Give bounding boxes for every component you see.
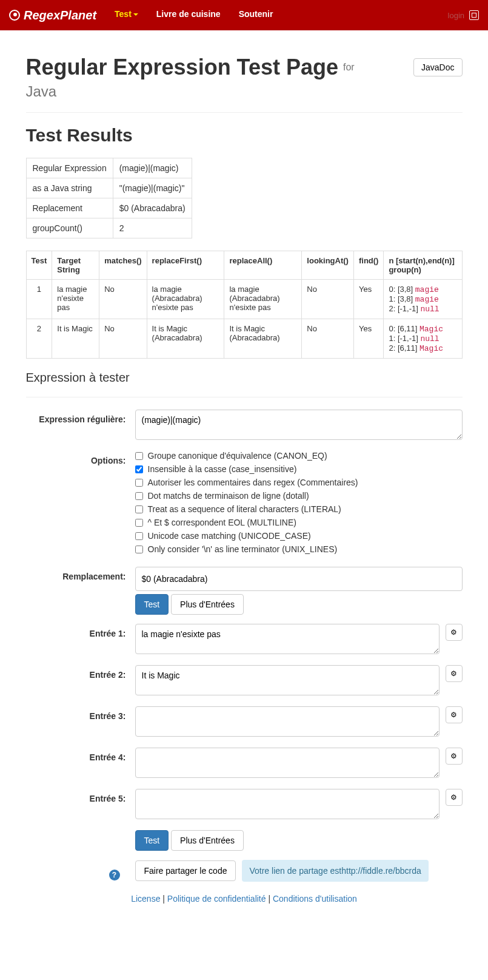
cog-icon: ⚙ [450,711,457,719]
form-row-input: Entrée 2: It is Magic ⚙ [26,665,463,697]
planet-icon [9,10,20,21]
page-title-row: Regular Expression Test Page for JavaDoc [26,55,463,80]
more-inputs-button[interactable]: Plus d'Entrées [171,594,244,615]
input-3[interactable] [135,706,440,737]
option-label: Groupe canonique d'équivalence (CANON_EQ… [148,451,327,461]
input-cog-2[interactable]: ⚙ [446,665,463,682]
option-checkbox-6[interactable] [135,532,143,540]
option-item: ^ Et $ correspondent EOL (MULTILINE) [135,518,463,527]
cell-replacefirst: la magie (Abracadabra) n'esixte pas [147,280,224,319]
form-row-input: Entrée 3: ⚙ [26,706,463,738]
results-col-header: Test [26,251,52,280]
input-cog-5[interactable]: ⚙ [446,789,463,806]
summary-value: "(magie)|(magic)" [113,178,192,198]
summary-row: Replacement$0 (Abracadabra) [26,198,192,218]
input-cog-1[interactable]: ⚙ [446,624,463,641]
option-checkbox-2[interactable] [135,479,143,487]
label-input-2: Entrée 2: [26,665,135,697]
option-checkbox-7[interactable] [135,546,143,553]
navbar-right: login [448,10,488,20]
option-checkbox-5[interactable] [135,519,143,527]
cog-icon: ⚙ [450,793,457,802]
login-link[interactable]: login [448,11,464,20]
input-1[interactable]: la magie n'esixte pas [135,624,440,654]
option-checkbox-1[interactable] [135,465,143,473]
option-label: Autoriser les commentaires dans regex (C… [148,478,358,487]
brand-text: RegexPlanet [24,8,96,22]
option-label: Treat as a sequence of literal character… [148,504,341,514]
input-cog-3[interactable]: ⚙ [446,706,463,723]
nav-item-support[interactable]: Soutenir [230,0,282,30]
label-input-1: Entrée 1: [26,624,135,656]
javadoc-button[interactable]: JavaDoc [413,58,462,76]
summary-table: Regular Expression(magie)|(magic)as a Ja… [26,158,192,238]
test-button-2[interactable]: Test [135,830,169,851]
option-label: Dot matchs de terminaison de ligne (dota… [148,491,309,501]
cell-replaceall: It is Magic (Abracadabra) [224,319,302,359]
option-checkbox-4[interactable] [135,505,143,513]
page-title: Regular Expression Test Page [26,55,339,80]
option-label: Unicode case matching (UNICODE_CASE) [148,531,311,541]
nav-item-cookbook[interactable]: Livre de cuisine [147,0,230,30]
form-row-input: Entrée 4: ⚙ [26,748,463,780]
summary-label: groupCount() [26,218,113,238]
regex-input[interactable] [135,410,463,440]
results-col-header: replaceFirst() [147,251,224,280]
nav-item-test[interactable]: Test [105,0,147,30]
results-col-header: n [start(n),end(n)] group(n) [384,251,462,280]
help-icon[interactable]: ? [109,870,120,880]
summary-value: 2 [113,218,192,238]
input-cog-4[interactable]: ⚙ [446,748,463,765]
summary-row: groupCount()2 [26,218,192,238]
option-item: Groupe canonique d'équivalence (CANON_EQ… [135,451,463,461]
navbar: RegexPlanet Test Livre de cuisine Souten… [0,0,488,30]
form-row-replacement: Remplacement: Test Plus d'Entrées [26,567,463,615]
input-4[interactable] [135,748,440,778]
option-label: ^ Et $ correspondent EOL (MULTILINE) [148,518,296,527]
results-title: Test Results [26,125,463,146]
share-alert: Votre lien de partage esthttp://fiddle.r… [242,860,428,882]
form-row-options: Options: Groupe canonique d'équivalence … [26,451,463,558]
divider [26,112,463,113]
option-checkbox-3[interactable] [135,492,143,500]
share-button[interactable]: Faire partager le code [135,860,236,881]
footer: License | Politique de confidentialité |… [26,894,463,904]
cell-lookingat: No [302,280,354,319]
brand-link[interactable]: RegexPlanet [0,8,105,22]
results-row: 2 It is Magic No It is Magic (Abracadabr… [26,319,462,359]
login-icon[interactable] [469,10,479,20]
cell-groups: 0: [3,8] magie1: [3,8] magie2: [-1,-1] n… [384,280,462,319]
test-button[interactable]: Test [135,594,169,615]
form-row-share: ? Faire partager le code Votre lien de p… [26,860,463,882]
results-col-header: Target String [52,251,99,280]
cell-find: Yes [353,280,383,319]
results-table: TestTarget Stringmatches()replaceFirst()… [26,251,463,359]
summary-value: $0 (Abracadabra) [113,198,192,218]
cell-matches: No [99,319,147,359]
summary-label: Replacement [26,198,113,218]
option-label: Only consider '\n' as line terminator (U… [148,544,338,554]
option-item: Only consider '\n' as line terminator (U… [135,544,463,554]
cell-matches: No [99,280,147,319]
page-title-for: for [343,62,355,73]
label-replacement: Remplacement: [26,567,135,615]
more-inputs-button-2[interactable]: Plus d'Entrées [171,830,244,851]
cell-target: It is Magic [52,319,99,359]
summary-row: as a Java string"(magie)|(magic)" [26,178,192,198]
results-col-header: find() [353,251,383,280]
footer-privacy[interactable]: Politique de confidentialité [167,894,266,904]
form-row-regex: Expression régulière: [26,410,463,442]
input-2[interactable]: It is Magic [135,665,440,695]
cog-icon: ⚙ [450,752,457,760]
footer-terms[interactable]: Conditions d'utilisation [273,894,357,904]
container: Regular Expression Test Page for JavaDoc… [17,30,472,916]
cell-test: 1 [26,280,52,319]
option-item: Treat as a sequence of literal character… [135,504,463,514]
option-checkbox-0[interactable] [135,452,143,460]
share-url-link[interactable]: http://fiddle.re/bbcrda [341,866,421,876]
summary-label: Regular Expression [26,158,113,178]
replacement-input[interactable] [135,567,463,591]
footer-license[interactable]: License [131,894,160,904]
options-list: Groupe canonique d'équivalence (CANON_EQ… [135,451,463,554]
input-5[interactable] [135,789,440,819]
